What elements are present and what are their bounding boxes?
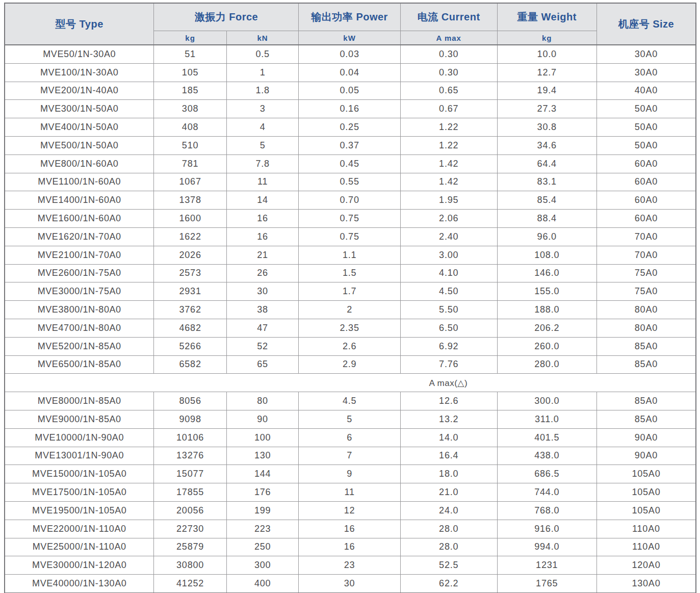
cell-weight-kg: 27.3 xyxy=(497,100,597,118)
cell-force-kn: 30 xyxy=(226,282,299,301)
cell-force-kg: 9098 xyxy=(154,410,226,428)
cell-weight-kg: 64.4 xyxy=(497,154,597,173)
cell-force-kn: 16 xyxy=(226,210,299,228)
catalog-page: 型号 Type 激振力 Force 输出功率 Power 电流 Current … xyxy=(0,0,700,593)
cell-force-kg: 105 xyxy=(154,63,226,82)
cell-weight-kg: 146.0 xyxy=(497,264,597,282)
cell-force-kn: 1 xyxy=(226,63,299,82)
cell-weight-kg: 206.2 xyxy=(497,319,597,337)
cell-force-kg: 185 xyxy=(154,82,226,100)
cell-size: 50A0 xyxy=(597,136,696,154)
cell-current-amax: 28.0 xyxy=(400,520,497,538)
cell-size: 105A0 xyxy=(597,483,696,502)
cell-power-kw: 0.03 xyxy=(299,45,400,63)
cell-size: 110A0 xyxy=(597,538,696,556)
subheader-force-kn: kN xyxy=(226,31,299,45)
cell-power-kw: 1.1 xyxy=(299,246,400,264)
cell-force-kg: 15077 xyxy=(154,465,226,483)
cell-power-kw: 0.75 xyxy=(299,210,400,228)
cell-type: MVE2600/1N-75A0 xyxy=(5,264,154,282)
cell-weight-kg: 260.0 xyxy=(497,337,597,355)
table-row: MVE2600/1N-75A0 2573 26 1.5 4.10 146.0 7… xyxy=(5,264,696,282)
cell-force-kn: 250 xyxy=(226,538,299,556)
table-row: MVE19500/1N-105A0 20056 199 12 24.0 768.… xyxy=(5,501,696,520)
cell-type: MVE1620/1N-70A0 xyxy=(5,227,154,246)
cell-weight-kg: 155.0 xyxy=(497,282,597,301)
cell-weight-kg: 19.4 xyxy=(497,82,597,100)
cell-type: MVE8000/1N-85A0 xyxy=(5,392,154,410)
spec-table: 型号 Type 激振力 Force 输出功率 Power 电流 Current … xyxy=(4,3,696,593)
cell-weight-kg: 10.0 xyxy=(497,45,597,63)
cell-current-amax: 1.42 xyxy=(400,154,497,173)
cell-power-kw: 7 xyxy=(299,447,400,465)
cell-weight-kg: 280.0 xyxy=(497,355,597,374)
cell-type: MVE1400/1N-60A0 xyxy=(5,191,154,210)
cell-force-kn: 223 xyxy=(226,520,299,538)
cell-force-kg: 1378 xyxy=(154,191,226,210)
cell-power-kw: 0.25 xyxy=(299,118,400,137)
cell-force-kn: 47 xyxy=(226,319,299,337)
cell-current-amax: 4.10 xyxy=(400,264,497,282)
cell-current-amax: 7.76 xyxy=(400,355,497,374)
table-row: MVE100/1N-30A0 105 1 0.04 0.30 12.7 30A0 xyxy=(5,63,696,82)
cell-weight-kg: 300.0 xyxy=(497,392,597,410)
cell-type: MVE4700/1N-80A0 xyxy=(5,319,154,337)
cell-current-amax: 2.06 xyxy=(400,210,497,228)
cell-size: 80A0 xyxy=(597,301,696,319)
cell-size: 130A0 xyxy=(597,575,696,593)
cell-current-amax: 0.65 xyxy=(400,82,497,100)
cell-force-kn: 300 xyxy=(226,556,299,575)
cell-current-amax: 12.6 xyxy=(400,392,497,410)
cell-force-kg: 30800 xyxy=(154,556,226,575)
cell-force-kg: 51 xyxy=(154,45,226,63)
cell-force-kn: 38 xyxy=(226,301,299,319)
cell-type: MVE1100/1N-60A0 xyxy=(5,173,154,191)
cell-force-kg: 1067 xyxy=(154,173,226,191)
cell-weight-kg: 12.7 xyxy=(497,63,597,82)
cell-force-kn: 1.8 xyxy=(226,82,299,100)
cell-size: 85A0 xyxy=(597,410,696,428)
cell-type: MVE6500/1N-85A0 xyxy=(5,355,154,374)
cell-power-kw: 0.45 xyxy=(299,154,400,173)
table-row: MVE1620/1N-70A0 1622 16 0.75 2.40 96.0 7… xyxy=(5,227,696,246)
table-row: MVE9000/1N-85A0 9098 90 5 13.2 311.0 85A… xyxy=(5,410,696,428)
cell-size: 60A0 xyxy=(597,210,696,228)
cell-power-kw: 0.04 xyxy=(299,63,400,82)
cell-type: MVE500/1N-50A0 xyxy=(5,136,154,154)
cell-size: 85A0 xyxy=(597,392,696,410)
cell-current-amax: 1.22 xyxy=(400,118,497,137)
subheader-current-amax: A max xyxy=(400,31,497,45)
subheader-weight-kg: kg xyxy=(497,31,597,45)
cell-type: MVE25000/1N-110A0 xyxy=(5,538,154,556)
cell-power-kw: 16 xyxy=(299,538,400,556)
cell-force-kn: 144 xyxy=(226,465,299,483)
cell-type: MVE300/1N-50A0 xyxy=(5,100,154,118)
cell-weight-kg: 34.6 xyxy=(497,136,597,154)
cell-force-kn: 52 xyxy=(226,337,299,355)
cell-size: 60A0 xyxy=(597,191,696,210)
cell-type: MVE17500/1N-105A0 xyxy=(5,483,154,502)
cell-weight-kg: 83.1 xyxy=(497,173,597,191)
cell-force-kn: 11 xyxy=(226,173,299,191)
cell-force-kg: 510 xyxy=(154,136,226,154)
cell-force-kg: 13276 xyxy=(154,447,226,465)
table-row: MVE13001/1N-90A0 13276 130 7 16.4 438.0 … xyxy=(5,447,696,465)
cell-type: MVE9000/1N-85A0 xyxy=(5,410,154,428)
cell-current-amax: 24.0 xyxy=(400,501,497,520)
cell-weight-kg: 768.0 xyxy=(497,501,597,520)
cell-force-kg: 4682 xyxy=(154,319,226,337)
table-row: MVE30000/1N-120A0 30800 300 23 52.5 1231… xyxy=(5,556,696,575)
cell-size: 60A0 xyxy=(597,173,696,191)
cell-power-kw: 2 xyxy=(299,301,400,319)
header-force: 激振力 Force xyxy=(154,3,299,31)
cell-weight-kg: 188.0 xyxy=(497,301,597,319)
cell-current-amax: 6.50 xyxy=(400,319,497,337)
cell-current-amax: 28.0 xyxy=(400,538,497,556)
cell-power-kw: 1.7 xyxy=(299,282,400,301)
cell-type: MVE800/1N-60A0 xyxy=(5,154,154,173)
table-row: MVE2100/1N-70A0 2026 21 1.1 3.00 108.0 7… xyxy=(5,246,696,264)
cell-type: MVE3800/1N-80A0 xyxy=(5,301,154,319)
cell-force-kn: 130 xyxy=(226,447,299,465)
cell-weight-kg: 994.0 xyxy=(497,538,597,556)
cell-force-kn: 0.5 xyxy=(226,45,299,63)
